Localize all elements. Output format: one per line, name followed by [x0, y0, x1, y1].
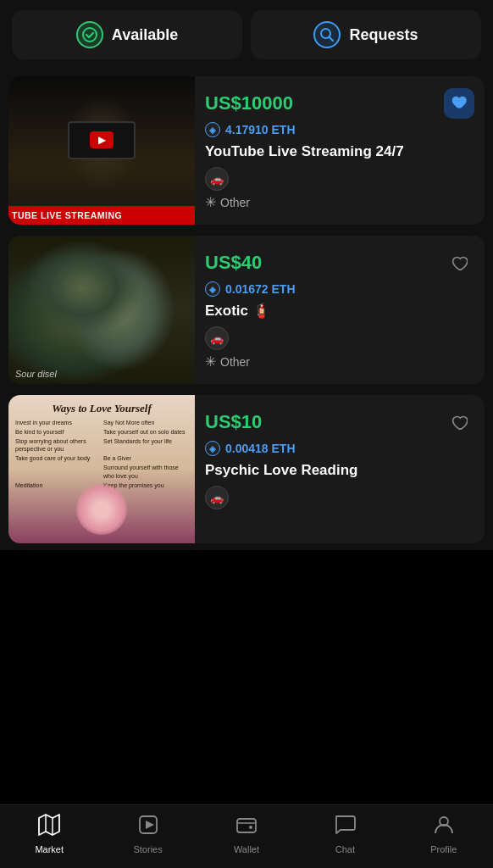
yt-phone: ▶ — [68, 121, 136, 159]
price-usd-2: US$40 — [205, 252, 262, 274]
delivery-icon-3: 🚗 — [205, 486, 229, 509]
heart-button-2[interactable] — [444, 248, 474, 278]
available-button[interactable]: Available — [12, 10, 242, 59]
listing-info-1: US$10000 ◈ 4.17910 ETH YouTube Live Stre… — [195, 76, 485, 225]
category-label-1: Other — [220, 196, 250, 209]
eth-row-1: ◈ 4.17910 ETH — [205, 122, 474, 137]
svg-marker-7 — [146, 821, 154, 829]
requests-button[interactable]: Requests — [251, 10, 481, 59]
cannabis-caption: Sour disel — [15, 369, 57, 379]
price-row-1: US$10000 — [205, 88, 474, 119]
listing-card-3[interactable]: Ways to Love Yourself Invest in your dre… — [8, 395, 485, 543]
nav-market-label: Market — [35, 844, 64, 854]
listing-title-1: YouTube Live Streaming 24/7 — [205, 142, 474, 160]
spinner-icon-1: ✳ — [205, 194, 216, 210]
eth-value-3: 0.00418 ETH — [225, 442, 296, 455]
nav-wallet[interactable]: Wallet — [217, 814, 276, 854]
map-icon — [38, 814, 60, 841]
bottom-nav: Market Stories Wallet Chat — [0, 804, 493, 868]
nav-profile-label: Profile — [430, 844, 457, 854]
tags-row-1: 🚗 — [205, 167, 474, 191]
svg-marker-3 — [39, 815, 59, 835]
requests-label: Requests — [349, 26, 418, 44]
top-bar: Available Requests — [0, 0, 493, 70]
requests-icon — [313, 21, 341, 48]
eth-icon-3: ◈ — [205, 441, 220, 456]
heart-button-3[interactable] — [444, 407, 474, 437]
spinner-icon-2: ✳ — [205, 353, 216, 370]
svg-point-9 — [249, 826, 252, 829]
listing-image-3: Ways to Love Yourself Invest in your dre… — [8, 395, 195, 543]
nav-chat[interactable]: Chat — [315, 814, 374, 854]
heart-button-1[interactable] — [444, 88, 474, 119]
tags-row-2: 🚗 — [205, 326, 474, 350]
nav-profile[interactable]: Profile — [414, 814, 474, 854]
eth-icon-1: ◈ — [205, 122, 220, 137]
category-label-2: Other — [220, 355, 250, 369]
category-row-2: ✳ Other — [205, 353, 474, 370]
eth-icon-2: ◈ — [205, 281, 220, 297]
page-container: Available Requests ▶ TUBE — [0, 0, 493, 618]
eth-value-1: 4.17910 ETH — [225, 123, 296, 136]
listing-card-1[interactable]: ▶ TUBE LIVE STREAMING US$10000 — [8, 76, 485, 225]
price-usd-1: US$10000 — [205, 92, 293, 114]
price-row-2: US$40 — [205, 248, 474, 278]
delivery-icon-2: 🚗 — [205, 326, 229, 350]
category-row-1: ✳ Other — [205, 194, 474, 210]
nav-chat-label: Chat — [335, 844, 355, 854]
yt-play-icon: ▶ — [90, 131, 114, 148]
available-icon — [76, 21, 103, 48]
listing-image-2: Sour disel — [8, 236, 195, 384]
stories-icon — [137, 814, 159, 841]
tags-row-3: 🚗 — [205, 486, 474, 509]
psychic-items: Invest in your dreams Say Not More often… — [15, 419, 188, 489]
listing-image-1: ▶ TUBE LIVE STREAMING — [8, 76, 195, 225]
psychic-title: Ways to Love Yourself — [15, 402, 188, 415]
listing-title-2: Exotic 🧯 — [205, 302, 474, 320]
wallet-icon — [235, 814, 258, 841]
price-row-3: US$10 — [205, 407, 474, 437]
available-label: Available — [112, 26, 178, 44]
chat-icon — [334, 814, 356, 841]
eth-value-2: 0.01672 ETH — [225, 282, 296, 296]
nav-wallet-label: Wallet — [234, 844, 259, 854]
listing-card-2[interactable]: Sour disel US$40 ◈ 0.01672 ETH Exotic 🧯 — [8, 236, 485, 384]
nav-stories-label: Stories — [133, 844, 162, 854]
price-usd-3: US$10 — [205, 411, 262, 433]
svg-rect-8 — [237, 819, 256, 832]
psychic-flower-decoration — [76, 484, 127, 535]
profile-icon — [433, 814, 455, 841]
listings-container: ▶ TUBE LIVE STREAMING US$10000 — [0, 70, 493, 550]
svg-point-0 — [83, 28, 97, 42]
yt-banner-text: TUBE LIVE STREAMING — [8, 206, 195, 225]
eth-row-3: ◈ 0.00418 ETH — [205, 441, 474, 456]
eth-row-2: ◈ 0.01672 ETH — [205, 281, 474, 297]
listing-info-3: US$10 ◈ 0.00418 ETH Psychic Love Reading… — [195, 395, 485, 543]
delivery-icon-1: 🚗 — [205, 167, 229, 191]
listing-title-3: Psychic Love Reading — [205, 461, 474, 479]
nav-market[interactable]: Market — [19, 814, 79, 854]
svg-line-2 — [330, 37, 334, 42]
nav-stories[interactable]: Stories — [119, 814, 178, 854]
listing-info-2: US$40 ◈ 0.01672 ETH Exotic 🧯 🚗 ✳ — [195, 236, 485, 384]
